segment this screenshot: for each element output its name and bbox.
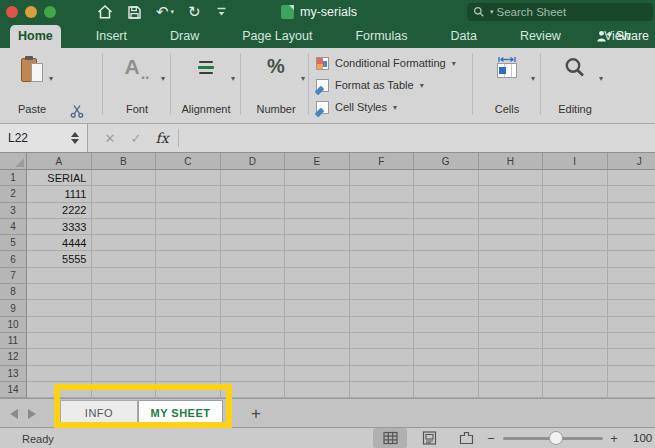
cell-I11[interactable] (543, 333, 608, 349)
cell-A7[interactable] (27, 268, 92, 284)
cell-H14[interactable] (479, 382, 544, 398)
cell-B7[interactable] (92, 268, 157, 284)
cell-G13[interactable] (414, 366, 479, 382)
editing-dropdown-caret[interactable]: ▾ (599, 74, 603, 83)
column-header-I[interactable]: I (543, 153, 608, 170)
cell-I13[interactable] (543, 366, 608, 382)
undo-button[interactable]: ↶▾ (149, 0, 181, 24)
cells-group-button[interactable]: ▾ Cells (476, 52, 538, 120)
redo-button[interactable]: ↻ (181, 0, 208, 24)
cell-D8[interactable] (221, 284, 286, 300)
share-button[interactable]: Share (596, 24, 649, 48)
cell-H3[interactable] (479, 203, 544, 219)
column-header-C[interactable]: C (156, 153, 221, 170)
cell-H13[interactable] (479, 366, 544, 382)
cell-H2[interactable] (479, 186, 544, 202)
editing-group-button[interactable]: ▾ Editing (544, 52, 606, 120)
page-break-preview-button[interactable] (449, 428, 483, 448)
cell-J9[interactable] (608, 300, 655, 316)
cell-B13[interactable] (92, 366, 157, 382)
cell-F2[interactable] (350, 186, 415, 202)
cell-E2[interactable] (285, 186, 350, 202)
ribbon-tab-home[interactable]: Home (10, 25, 61, 48)
cell-B9[interactable] (92, 300, 157, 316)
ribbon-tab-formulas[interactable]: Formulas (347, 25, 415, 48)
paste-dropdown-caret[interactable]: ▾ (49, 74, 53, 83)
cell-B8[interactable] (92, 284, 157, 300)
ribbon-tab-review[interactable]: Review (512, 25, 569, 48)
cell-D5[interactable] (221, 235, 286, 251)
cell-G12[interactable] (414, 349, 479, 365)
cell-C14[interactable] (156, 382, 221, 398)
cell-J3[interactable] (608, 203, 655, 219)
cell-C11[interactable] (156, 333, 221, 349)
cell-I14[interactable] (543, 382, 608, 398)
cell-J8[interactable] (608, 284, 655, 300)
row-header-4[interactable]: 4 (0, 219, 27, 235)
cell-F10[interactable] (350, 317, 415, 333)
cell-D4[interactable] (221, 219, 286, 235)
cell-F3[interactable] (350, 203, 415, 219)
cell-C7[interactable] (156, 268, 221, 284)
cell-D1[interactable] (221, 170, 286, 186)
cell-C10[interactable] (156, 317, 221, 333)
cell-F1[interactable] (350, 170, 415, 186)
cell-G5[interactable] (414, 235, 479, 251)
home-icon[interactable] (90, 0, 120, 24)
row-header-9[interactable]: 9 (0, 300, 27, 316)
cell-F14[interactable] (350, 382, 415, 398)
name-box-stepper[interactable] (71, 132, 87, 144)
cell-G9[interactable] (414, 300, 479, 316)
cell-I8[interactable] (543, 284, 608, 300)
cell-C3[interactable] (156, 203, 221, 219)
cancel-entry-button[interactable]: ✕ (98, 124, 122, 152)
column-header-E[interactable]: E (285, 153, 350, 170)
cell-B14[interactable] (92, 382, 157, 398)
cell-F12[interactable] (350, 349, 415, 365)
column-header-D[interactable]: D (221, 153, 286, 170)
cell-E7[interactable] (285, 268, 350, 284)
cell-F6[interactable] (350, 251, 415, 267)
cell-I3[interactable] (543, 203, 608, 219)
cell-A5[interactable]: 4444 (27, 235, 92, 251)
row-header-7[interactable]: 7 (0, 268, 27, 284)
cell-G1[interactable] (414, 170, 479, 186)
name-box[interactable]: L22 (0, 124, 88, 152)
cell-B3[interactable] (92, 203, 157, 219)
cell-H5[interactable] (479, 235, 544, 251)
cell-A13[interactable] (27, 366, 92, 382)
cell-B6[interactable] (92, 251, 157, 267)
zoom-in-button[interactable]: + (606, 428, 622, 448)
cell-A1[interactable]: SERIAL (27, 170, 92, 186)
cell-I10[interactable] (543, 317, 608, 333)
cell-J4[interactable] (608, 219, 655, 235)
cell-F5[interactable] (350, 235, 415, 251)
cell-G4[interactable] (414, 219, 479, 235)
cell-E5[interactable] (285, 235, 350, 251)
cell-A6[interactable]: 5555 (27, 251, 92, 267)
cell-E11[interactable] (285, 333, 350, 349)
cell-C4[interactable] (156, 219, 221, 235)
column-header-A[interactable]: A (27, 153, 92, 170)
column-header-F[interactable]: F (350, 153, 415, 170)
cell-I1[interactable] (543, 170, 608, 186)
cell-J6[interactable] (608, 251, 655, 267)
sheet-tab-info[interactable]: INFO (60, 400, 138, 426)
cell-B10[interactable] (92, 317, 157, 333)
cell-A2[interactable]: 1111 (27, 186, 92, 202)
cell-G3[interactable] (414, 203, 479, 219)
cell-C6[interactable] (156, 251, 221, 267)
cell-G6[interactable] (414, 251, 479, 267)
cell-D2[interactable] (221, 186, 286, 202)
cell-G11[interactable] (414, 333, 479, 349)
cell-J10[interactable] (608, 317, 655, 333)
prev-sheet-arrow[interactable] (10, 409, 18, 419)
cell-I6[interactable] (543, 251, 608, 267)
number-dropdown-caret[interactable]: ▾ (301, 74, 305, 83)
cell-C9[interactable] (156, 300, 221, 316)
cell-A11[interactable] (27, 333, 92, 349)
row-header-1[interactable]: 1 (0, 170, 27, 186)
cell-E6[interactable] (285, 251, 350, 267)
select-all-corner[interactable] (0, 153, 27, 170)
cell-C13[interactable] (156, 366, 221, 382)
